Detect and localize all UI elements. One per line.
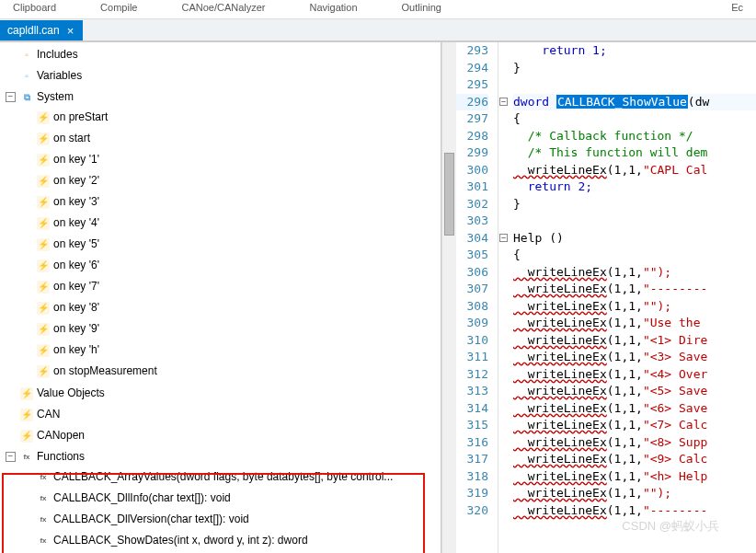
tree-can[interactable]: ⚡CAN	[17, 405, 441, 424]
close-icon[interactable]: ×	[65, 25, 76, 37]
code-area[interactable]: return 1; } dword CALLBACK_ShowValue(dw …	[511, 42, 756, 553]
line-num: 298	[456, 128, 488, 145]
fold-icon[interactable]: −	[499, 98, 508, 106]
tree-item-key9[interactable]: ⚡on key '9'	[33, 319, 441, 339]
var-icon: ▫	[20, 70, 33, 83]
menu-item[interactable]: Ec	[727, 2, 747, 13]
menu-item[interactable]: CANoe/CANalyzer	[178, 2, 269, 13]
file-tab[interactable]: capldll.can ×	[0, 20, 83, 40]
line-num: 303	[456, 213, 488, 230]
fold-column: − −	[498, 42, 511, 553]
tree-label: on key '4'	[53, 214, 99, 232]
scrollbar-thumb[interactable]	[444, 153, 454, 236]
code-line: writeLineEx(1,1,"");	[513, 298, 756, 316]
tree-item-key8[interactable]: ⚡on key '8'	[33, 298, 441, 317]
tree-item-start[interactable]: ⚡on start	[33, 129, 441, 148]
line-num: 295	[456, 76, 488, 94]
fn-icon: fx	[37, 471, 50, 484]
menu-item[interactable]: Clipboard	[9, 2, 60, 13]
event-icon: ⚡	[37, 175, 50, 188]
menu-item[interactable]: Navigation	[306, 2, 361, 13]
tree-fn-arrayvalues[interactable]: fxCALLBACK_ArrayValues(dword flags, byte…	[33, 467, 441, 487]
line-num: 315	[456, 417, 488, 434]
code-line: Help ()	[513, 230, 756, 248]
tree-item-key7[interactable]: ⚡on key '7'	[33, 277, 441, 296]
line-num: 305	[456, 247, 488, 264]
tree-label: on stopMeasurement	[53, 363, 157, 380]
tree-label: Value Objects	[37, 385, 105, 402]
line-num: 309	[456, 315, 488, 332]
tree-fn-dllinfo[interactable]: fxCALLBACK_DllInfo(char text[]): void	[33, 489, 441, 508]
tree-label: on key '6'	[53, 257, 99, 274]
tree-item-key4[interactable]: ⚡on key '4'	[33, 213, 441, 233]
code-line: writeLineEx(1,1,"");	[513, 264, 756, 282]
tree-functions[interactable]: −fxFunctions	[17, 447, 441, 467]
tree-item-stop[interactable]: ⚡on stopMeasurement	[33, 362, 441, 381]
collapse-icon[interactable]: −	[6, 92, 16, 102]
code-line: writeLineEx(1,1,"<5> Save	[513, 383, 756, 400]
line-num: 319	[456, 485, 488, 502]
tree-label: CALLBACK_DllInfo(char text[]): void	[53, 490, 231, 507]
tree-includes[interactable]: ▫Includes	[17, 45, 441, 64]
line-num: 297	[456, 110, 488, 128]
folder-icon: ⚡	[20, 387, 33, 400]
tree-item-key6[interactable]: ⚡on key '6'	[33, 256, 441, 275]
code-line: writeLineEx(1,1,"<7> Calc	[513, 417, 756, 434]
event-icon: ⚡	[37, 344, 50, 357]
line-num: 313	[456, 383, 488, 400]
code-line: }	[513, 196, 756, 213]
line-num: 294	[456, 60, 488, 77]
line-num: 301	[456, 179, 488, 196]
tree-label: CAN	[37, 406, 60, 423]
tree-item-key1[interactable]: ⚡on key '1'	[33, 150, 441, 169]
collapse-icon[interactable]: −	[6, 452, 16, 462]
tree-value-objects[interactable]: ⚡Value Objects	[17, 384, 441, 403]
line-num: 299	[456, 144, 488, 162]
tree-label: on key '8'	[53, 299, 99, 317]
tree-item-key5[interactable]: ⚡on key '5'	[33, 235, 441, 254]
tree-item-key2[interactable]: ⚡on key '2'	[33, 171, 441, 190]
tree-label: on key '2'	[53, 172, 99, 190]
fold-icon[interactable]: −	[499, 234, 508, 242]
code-line: writeLineEx(1,1,"--------	[513, 281, 756, 298]
tree-item-key3[interactable]: ⚡on key '3'	[33, 192, 441, 212]
code-line: writeLineEx(1,1,"<4> Over	[513, 366, 756, 384]
event-icon: ⚡	[37, 217, 50, 230]
tree-item-prestart[interactable]: ⚡on preStart	[33, 108, 441, 127]
code-line: writeLineEx(1,1,"<8> Supp	[513, 434, 756, 452]
event-icon: ⚡	[37, 196, 50, 209]
menu-item[interactable]: Compile	[97, 2, 141, 13]
line-num: 310	[456, 332, 488, 350]
fn-icon: fx	[37, 492, 50, 505]
tree-fn-dllversion[interactable]: fxCALLBACK_DllVersion(char text[]): void	[33, 510, 441, 529]
line-num: 312	[456, 366, 488, 384]
code-line	[513, 76, 756, 94]
line-num: 307	[456, 281, 488, 298]
tree-fn-showdates[interactable]: fxCALLBACK_ShowDates(int x, dword y, int…	[33, 531, 441, 550]
symbol-tree[interactable]: ▫Includes ▫Variables −⧉System ⚡on preSta…	[0, 42, 441, 553]
tree-label: on key '7'	[53, 278, 99, 295]
tree-label: Includes	[37, 46, 78, 63]
fn-icon: fx	[37, 513, 50, 526]
menu-item[interactable]: Outlining	[398, 2, 445, 13]
line-num: 293	[456, 42, 488, 60]
code-line: writeLineEx(1,1,"CAPL Cal	[513, 162, 756, 179]
tree-label: on key 'h'	[53, 341, 99, 359]
tree-item-keyh[interactable]: ⚡on key 'h'	[33, 340, 441, 360]
line-num: 306	[456, 264, 488, 282]
tree-scrollbar[interactable]	[441, 42, 456, 553]
tree-canopen[interactable]: ⚡CANopen	[17, 426, 441, 445]
code-line: writeLineEx(1,1,"<6> Save	[513, 400, 756, 418]
code-line: {	[513, 247, 756, 264]
tree-label: CALLBACK_ShowDates(int x, dword y, int z…	[53, 532, 308, 549]
folder-icon: ⚡	[20, 430, 33, 443]
line-num: 314	[456, 400, 488, 418]
tree-system[interactable]: −⧉System	[17, 87, 441, 107]
code-editor[interactable]: 293 294 295 296 297 298 299 300 301 302 …	[456, 42, 756, 553]
tree-label: CALLBACK_DllVersion(char text[]): void	[53, 511, 249, 528]
tree-label: on key '9'	[53, 320, 99, 338]
tree-variables[interactable]: ▫Variables	[17, 66, 441, 86]
code-line: {	[513, 110, 756, 128]
event-icon: ⚡	[37, 302, 50, 315]
tree-label: on key '5'	[53, 236, 99, 253]
